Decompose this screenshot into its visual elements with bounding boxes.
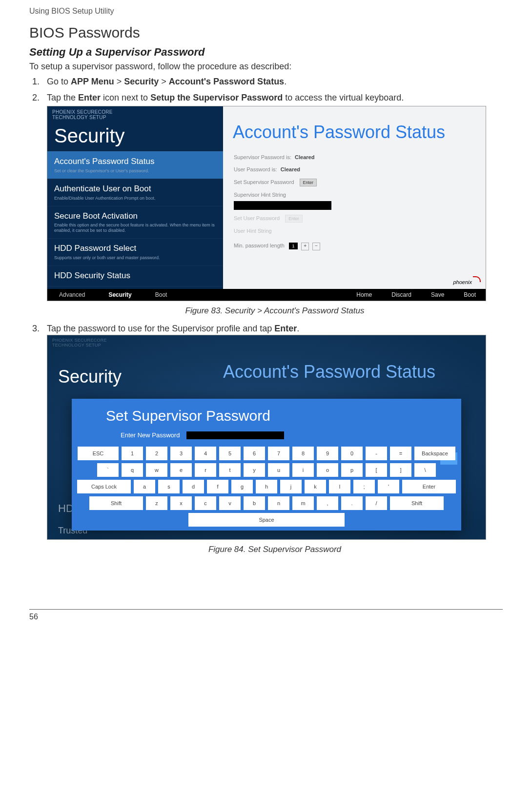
key-e[interactable]: e (170, 463, 192, 477)
key-7[interactable]: 7 (268, 447, 289, 460)
key-esc[interactable]: ESC (78, 447, 119, 460)
set-user-password-row: Set User Password Enter (234, 215, 486, 223)
key-q[interactable]: q (122, 463, 143, 477)
key-comma[interactable]: , (317, 496, 338, 510)
figure-84: PHOENIX SECURECORETECHNOLOGY SETUP Secur… (47, 335, 486, 540)
supervisor-password-status: Supervisor Password is: Cleared (234, 154, 486, 161)
key-shift-right[interactable]: Shift (390, 496, 444, 510)
key-a[interactable]: a (134, 480, 155, 493)
key-h[interactable]: h (256, 480, 277, 493)
step-2: Tap the Enter icon next to Setup the Sup… (42, 92, 503, 317)
action-discard[interactable]: Discard (382, 291, 421, 299)
section-subtitle: Setting Up a Supervisor Password (29, 46, 503, 59)
enter-button[interactable]: Enter (300, 179, 317, 187)
key-x[interactable]: x (170, 496, 192, 510)
key-equals[interactable]: = (390, 447, 411, 460)
key-d[interactable]: d (183, 480, 204, 493)
key-f[interactable]: f (207, 480, 228, 493)
key-4[interactable]: 4 (195, 447, 216, 460)
key-backspace[interactable]: Backspace (414, 447, 455, 460)
tab-advanced[interactable]: Advanced (47, 291, 97, 299)
menu-authenticate-user-on-boot[interactable]: Authenticate User on Boot Enable/Disable… (47, 179, 223, 206)
tab-security[interactable]: Security (97, 291, 143, 299)
set-supervisor-password-row: Set Supervisor Password Enter (234, 179, 486, 187)
bg-panel-title: Account's Password Status (223, 360, 435, 384)
key-right-bracket[interactable]: ] (390, 463, 411, 477)
step-3: Tap the password to use for the Supervis… (42, 323, 503, 555)
key-c[interactable]: c (195, 496, 216, 510)
key-l[interactable]: l (329, 480, 350, 493)
key-y[interactable]: y (244, 463, 265, 477)
key-0[interactable]: 0 (341, 447, 363, 460)
key-1[interactable]: 1 (122, 447, 143, 460)
figure-84-caption: Figure 84. Set Supervisor Password (47, 544, 503, 555)
menu-secure-boot-activation[interactable]: Secure Boot Activation Enable this optio… (47, 206, 223, 238)
key-8[interactable]: 8 (292, 447, 314, 460)
action-home[interactable]: Home (347, 291, 382, 299)
key-shift-left[interactable]: Shift (89, 496, 143, 510)
key-dash[interactable]: - (366, 447, 387, 460)
supervisor-hint-label: Supervisor Hint String (234, 191, 486, 199)
menu-accounts-password-status[interactable]: Account's Password Status Set or clear t… (47, 151, 223, 179)
key-3[interactable]: 3 (170, 447, 192, 460)
key-g[interactable]: g (231, 480, 253, 493)
key-left-bracket[interactable]: [ (366, 463, 387, 477)
plus-icon[interactable]: + (301, 243, 309, 250)
bios-brand: PHOENIX SECURECORETECHNOLOGY SETUP (52, 109, 113, 120)
enter-new-password-label: Enter New Password (121, 431, 180, 440)
key-p[interactable]: p (341, 463, 363, 477)
min-length-value: 1 (289, 243, 298, 249)
key-2[interactable]: 2 (146, 447, 167, 460)
key-capslock[interactable]: Caps Lock (77, 480, 131, 493)
key-w[interactable]: w (146, 463, 167, 477)
key-9[interactable]: 9 (317, 447, 338, 460)
step-1: Go to APP Menu > Security > Account's Pa… (42, 76, 503, 88)
key-r[interactable]: r (195, 463, 216, 477)
key-b[interactable]: b (244, 496, 265, 510)
key-v[interactable]: v (219, 496, 241, 510)
key-u[interactable]: u (268, 463, 289, 477)
panel-title: Account's Password Status (233, 120, 486, 144)
key-j[interactable]: j (280, 480, 302, 493)
key-m[interactable]: m (292, 496, 314, 510)
key-n[interactable]: n (268, 496, 289, 510)
key-space[interactable]: Space (188, 513, 345, 527)
menu-hdd-security-status[interactable]: HDD Security Status (47, 266, 223, 286)
enter-button-disabled: Enter (285, 215, 303, 223)
user-password-status: User Password is: Cleared (234, 166, 486, 173)
tab-boot[interactable]: Boot (143, 291, 179, 299)
key-o[interactable]: o (317, 463, 338, 477)
dialog-title: Set Supervisor Password (106, 406, 461, 426)
page-title: BIOS Passwords (29, 24, 503, 41)
supervisor-hint-input[interactable] (234, 201, 331, 210)
figure-83-caption: Figure 83. Security > Account's Password… (47, 305, 503, 317)
key-k[interactable]: k (305, 480, 326, 493)
key-6[interactable]: 6 (244, 447, 265, 460)
key-5[interactable]: 5 (219, 447, 241, 460)
key-period[interactable]: . (341, 496, 363, 510)
key-s[interactable]: s (158, 480, 180, 493)
key-backslash[interactable]: \ (414, 463, 436, 477)
bg-security-heading: Security (58, 365, 122, 389)
key-t[interactable]: t (219, 463, 241, 477)
minus-icon[interactable]: − (312, 243, 320, 250)
security-heading: Security (54, 122, 125, 149)
min-password-length: Min. password length 1 + − (234, 242, 486, 250)
key-apostrophe[interactable]: ' (378, 480, 399, 493)
page-number: 56 (29, 613, 503, 621)
new-password-input[interactable] (186, 431, 284, 439)
virtual-keyboard: ESC 1 2 3 4 5 6 7 8 9 0 - = (77, 447, 456, 527)
menu-hdd-password-select[interactable]: HDD Password Select Supports user only o… (47, 238, 223, 266)
key-backtick[interactable]: ` (97, 463, 119, 477)
key-z[interactable]: z (146, 496, 167, 510)
action-save[interactable]: Save (421, 291, 454, 299)
key-slash[interactable]: / (366, 496, 387, 510)
figure-83: PHOENIX SECURECORETECHNOLOGY SETUP Secur… (47, 106, 486, 301)
bios-brand: PHOENIX SECURECORETECHNOLOGY SETUP (52, 338, 107, 348)
key-semicolon[interactable]: ; (353, 480, 375, 493)
user-hint-label: User Hint String (234, 227, 486, 235)
key-i[interactable]: i (292, 463, 314, 477)
running-header: Using BIOS Setup Utility (29, 7, 503, 16)
action-boot[interactable]: Boot (454, 291, 486, 299)
key-enter[interactable]: Enter (402, 480, 456, 493)
